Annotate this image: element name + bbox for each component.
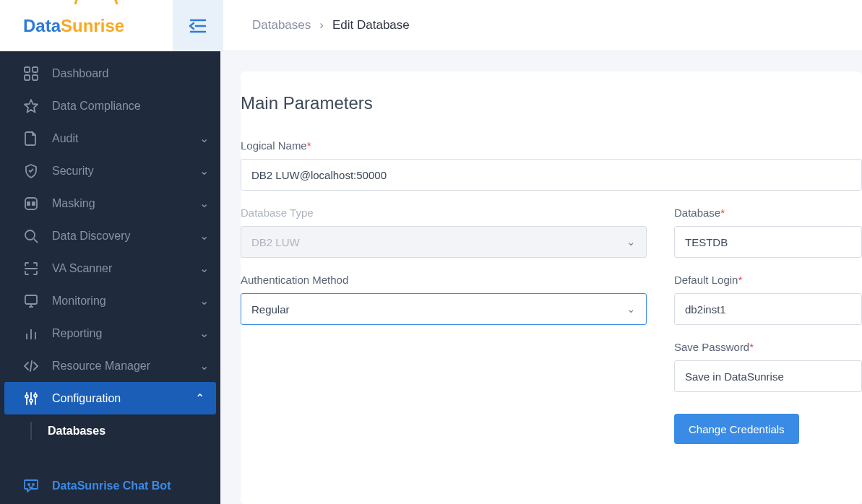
breadcrumb-current: Edit Database [332,18,410,32]
svg-line-20 [30,361,32,371]
chart-icon [23,326,39,342]
sidebar-subitem-databases[interactable]: Databases [0,414,220,447]
config-icon [23,391,39,407]
breadcrumb: Databases › Edit Database [223,0,862,51]
chevron-up-icon: ⌃ [195,391,204,405]
chevron-down-icon: ⌄ [199,164,209,178]
auth-method-label: Authentication Method [241,274,674,286]
mask-icon [23,196,39,212]
svg-point-26 [34,394,37,397]
chevron-down-icon: ⌄ [626,235,636,248]
code-icon [23,358,39,374]
auth-method-select[interactable]: Regular ⌄ [241,293,647,325]
svg-point-24 [30,399,33,402]
star-icon [23,98,39,114]
sidebar-item-security[interactable]: Security ⌄ [0,155,220,187]
document-icon [23,131,39,147]
save-password-label: Save Password* [674,341,862,353]
breadcrumb-separator: › [319,18,324,32]
dashboard-icon [23,66,39,82]
chevron-down-icon: ⌄ [199,131,209,145]
sidebar-item-audit[interactable]: Audit ⌄ [0,122,220,155]
monitor-icon [23,293,39,309]
database-type-select: DB2 LUW ⌄ [241,226,647,258]
svg-point-28 [33,484,34,485]
logical-name-label: Logical Name* [241,139,862,152]
default-login-label: Default Login* [674,274,862,286]
chevron-down-icon: ⌄ [199,326,209,340]
sidebar-item-dashboard[interactable]: Dashboard [0,57,220,90]
sidebar-item-configuration[interactable]: Configuration ⌃ [4,382,216,414]
logical-name-input[interactable] [241,159,862,191]
sidebar-item-va-scanner[interactable]: VA Scanner ⌄ [0,252,220,284]
sidebar-collapse-button[interactable] [173,0,223,51]
svg-line-12 [34,239,38,243]
save-password-select[interactable]: Save in DataSunrise [674,360,862,392]
search-icon [23,228,39,244]
chat-bot-link[interactable]: DataSunrise Chat Bot [0,468,220,504]
scanner-icon [23,261,39,277]
database-label: Database* [674,207,862,219]
sidebar-item-data-discovery[interactable]: Data Discovery ⌄ [0,220,220,252]
svg-marker-7 [25,100,38,113]
svg-rect-4 [33,67,38,72]
breadcrumb-parent[interactable]: Databases [252,18,311,32]
svg-point-22 [25,395,28,398]
chevron-down-icon: ⌄ [199,229,209,243]
chat-icon [23,478,39,494]
database-input[interactable] [674,226,862,258]
database-type-label: Database Type [241,207,674,219]
change-credentials-button[interactable]: Change Credentials [674,414,799,444]
chevron-down-icon: ⌄ [199,196,209,210]
shield-icon [23,163,39,179]
sidebar-item-masking[interactable]: Masking ⌄ [0,187,220,220]
sidebar-item-data-compliance[interactable]: Data Compliance [0,90,220,122]
sidebar-item-reporting[interactable]: Reporting ⌄ [0,317,220,349]
svg-rect-3 [25,67,30,72]
svg-point-11 [25,230,35,240]
collapse-icon [189,18,207,34]
svg-rect-14 [25,295,37,304]
svg-rect-10 [33,202,35,205]
svg-point-27 [28,484,30,485]
sidebar-item-resource-manager[interactable]: Resource Manager ⌄ [0,349,220,382]
svg-rect-5 [25,75,30,80]
default-login-input[interactable] [674,293,862,325]
chevron-down-icon: ⌄ [199,294,209,308]
logo[interactable]: DataSunrise [0,0,173,51]
sidebar: Dashboard Data Compliance Audit ⌄ Securi… [0,51,220,504]
chevron-down-icon: ⌄ [199,261,209,275]
chevron-down-icon: ⌄ [626,303,636,316]
chevron-down-icon: ⌄ [199,359,209,373]
svg-rect-9 [27,202,30,205]
sidebar-item-monitoring[interactable]: Monitoring ⌄ [0,284,220,317]
svg-rect-6 [33,75,38,80]
section-title: Main Parameters [241,93,862,113]
main-content: Main Parameters Logical Name* Database T… [220,51,862,504]
